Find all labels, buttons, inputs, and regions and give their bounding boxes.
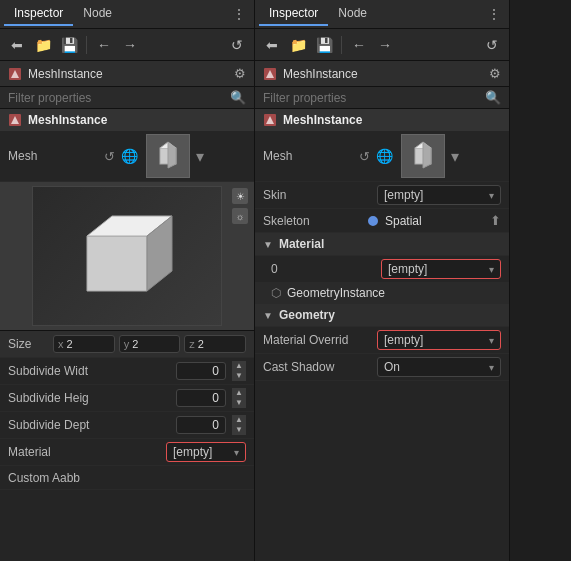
right-toolbar-forward-btn[interactable]: → — [374, 34, 396, 56]
left-section-header: MeshInstance — [0, 109, 254, 131]
right-material-0-arrow-icon: ▾ — [489, 264, 494, 275]
left-subdivide-width-down[interactable]: ▼ — [232, 371, 246, 381]
right-cast-shadow-row: Cast Shadow On ▾ — [255, 354, 509, 381]
right-mesh-icon — [263, 67, 277, 81]
left-subdivide-depth-input[interactable] — [176, 416, 226, 434]
right-geometry-arrow-icon: ▼ — [263, 310, 273, 321]
right-toolbar-save-btn[interactable]: 💾 — [313, 34, 335, 56]
right-cast-shadow-label: Cast Shadow — [263, 360, 373, 374]
left-brightness-low-icon[interactable]: ☼ — [232, 208, 248, 224]
right-mesh-instance-header: MeshInstance ⚙ — [255, 61, 509, 87]
left-subdivide-depth-up[interactable]: ▲ — [232, 415, 246, 425]
right-mesh-dropdown-arrow[interactable]: ▾ — [451, 147, 459, 166]
right-filter-input[interactable] — [263, 91, 479, 105]
left-subdivide-height-down[interactable]: ▼ — [232, 398, 246, 408]
left-custom-aabb-label: Custom Aabb — [8, 471, 246, 485]
right-geometry-section-label: Geometry — [279, 308, 335, 322]
left-tab-menu-button[interactable]: ⋮ — [228, 4, 250, 24]
left-subdivide-height-spinner: ▲ ▼ — [232, 388, 246, 408]
left-toolbar-refresh-btn[interactable]: ↺ — [226, 34, 248, 56]
right-geo-instance-label: GeometryInstance — [287, 286, 385, 300]
right-material-0-row: 0 [empty] ▾ — [255, 256, 509, 283]
left-mesh-preview: ☀ ☼ — [0, 182, 254, 331]
right-mesh-thumbnail — [401, 134, 445, 178]
right-skin-value: [empty] — [384, 188, 485, 202]
left-panel: Inspector Node ⋮ ⬅ 📁 💾 ← → ↺ MeshInstanc… — [0, 0, 255, 561]
left-mesh-value: ↺ 🌐 ▾ — [102, 134, 246, 178]
left-material-row: Material [empty] ▾ — [0, 439, 254, 466]
right-skeleton-row: Skeleton Spatial ⬆ — [255, 209, 509, 233]
right-material-0-dropdown[interactable]: [empty] ▾ — [381, 259, 501, 279]
left-mesh-dropdown-arrow[interactable]: ▾ — [196, 147, 204, 166]
left-settings-icon[interactable]: ⚙ — [234, 66, 246, 81]
right-geo-instance-row: ⬡ GeometryInstance — [255, 283, 509, 304]
left-mesh-reset-btn[interactable]: ↺ — [102, 149, 117, 164]
left-tab-node[interactable]: Node — [73, 2, 122, 26]
right-toolbar-refresh-btn[interactable]: ↺ — [481, 34, 503, 56]
right-settings-icon[interactable]: ⚙ — [489, 66, 501, 81]
right-geometry-section: ▼ Geometry — [255, 304, 509, 327]
left-preview-canvas — [32, 186, 222, 326]
right-skeleton-upload-icon[interactable]: ⬆ — [490, 213, 501, 228]
left-toolbar-open-btn[interactable]: 📁 — [32, 34, 54, 56]
right-tab-bar: Inspector Node ⋮ — [255, 0, 509, 29]
right-toolbar-new-btn[interactable]: ⬅ — [261, 34, 283, 56]
right-toolbar-open-btn[interactable]: 📁 — [287, 34, 309, 56]
left-subdivide-width-input[interactable] — [176, 362, 226, 380]
left-y-val: 2 — [132, 338, 138, 350]
left-material-dropdown[interactable]: [empty] ▾ — [166, 442, 246, 462]
left-toolbar-save-btn[interactable]: 💾 — [58, 34, 80, 56]
right-tab-inspector[interactable]: Inspector — [259, 2, 328, 26]
right-cast-shadow-dropdown[interactable]: On ▾ — [377, 357, 501, 377]
left-tab-bar: Inspector Node ⋮ — [0, 0, 254, 29]
left-subdivide-height-up[interactable]: ▲ — [232, 388, 246, 398]
left-material-arrow-icon: ▾ — [234, 447, 239, 458]
left-subdivide-width-label: Subdivide Widt — [8, 364, 172, 378]
right-skeleton-value: Spatial — [385, 214, 486, 228]
left-section-mesh-icon — [8, 113, 22, 127]
left-y-label: y — [124, 338, 130, 350]
left-filter-input[interactable] — [8, 91, 224, 105]
right-skin-dropdown[interactable]: [empty] ▾ — [377, 185, 501, 205]
left-subdivide-depth-down[interactable]: ▼ — [232, 425, 246, 435]
right-material-override-dropdown[interactable]: [empty] ▾ — [377, 330, 501, 350]
right-skeleton-radio-icon — [368, 216, 378, 226]
right-cast-shadow-value: On — [384, 360, 485, 374]
right-mesh-value: ↺ 🌐 ▾ — [357, 134, 501, 178]
left-subdivide-width-row: Subdivide Widt ▲ ▼ — [0, 358, 254, 385]
left-toolbar-new-btn[interactable]: ⬅ — [6, 34, 28, 56]
right-skin-label: Skin — [263, 188, 373, 202]
right-material-0-label: 0 — [271, 262, 377, 276]
left-filter-bar: 🔍 — [0, 87, 254, 109]
left-subdivide-depth-label: Subdivide Dept — [8, 418, 172, 432]
left-subdivide-depth-row: Subdivide Dept ▲ ▼ — [0, 412, 254, 439]
left-subdivide-width-spinner: ▲ ▼ — [232, 361, 246, 381]
left-subdivide-height-row: Subdivide Heig ▲ ▼ — [0, 385, 254, 412]
left-subdivide-height-label: Subdivide Heig — [8, 391, 172, 405]
left-z-field[interactable]: z 2 — [184, 335, 246, 353]
left-x-field[interactable]: x 2 — [53, 335, 115, 353]
left-size-row: Size x 2 y 2 z 2 — [0, 331, 254, 358]
left-subdivide-depth-spinner: ▲ ▼ — [232, 415, 246, 435]
right-mesh-reset-btn[interactable]: ↺ — [357, 149, 372, 164]
left-subdivide-height-input[interactable] — [176, 389, 226, 407]
right-skeleton-label: Skeleton — [263, 214, 364, 228]
left-toolbar-back-btn[interactable]: ← — [93, 34, 115, 56]
left-brightness-high-icon[interactable]: ☀ — [232, 188, 248, 204]
right-cast-shadow-arrow-icon: ▾ — [489, 362, 494, 373]
right-tab-menu-button[interactable]: ⋮ — [483, 4, 505, 24]
left-search-icon: 🔍 — [230, 90, 246, 105]
left-material-label: Material — [8, 445, 162, 459]
right-tab-node[interactable]: Node — [328, 2, 377, 26]
left-mesh-sphere-icon[interactable]: 🌐 — [121, 148, 138, 164]
right-mesh-row: Mesh ↺ 🌐 ▾ — [255, 131, 509, 182]
right-toolbar-back-btn[interactable]: ← — [348, 34, 370, 56]
left-subdivide-width-up[interactable]: ▲ — [232, 361, 246, 371]
right-material-override-value: [empty] — [384, 333, 485, 347]
right-mesh-sphere-icon[interactable]: 🌐 — [376, 148, 393, 164]
left-brightness-icons: ☀ ☼ — [232, 188, 248, 224]
left-toolbar-forward-btn[interactable]: → — [119, 34, 141, 56]
left-y-field[interactable]: y 2 — [119, 335, 181, 353]
right-skin-row: Skin [empty] ▾ — [255, 182, 509, 209]
left-tab-inspector[interactable]: Inspector — [4, 2, 73, 26]
